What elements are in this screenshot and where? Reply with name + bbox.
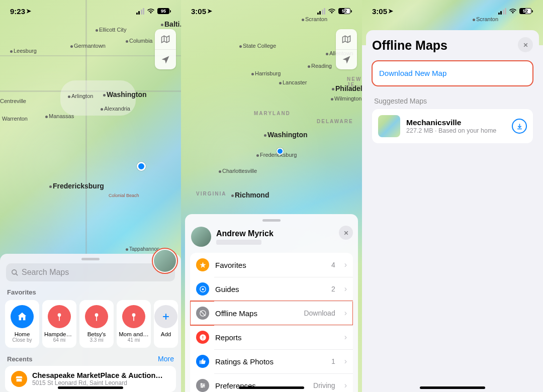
status-bar: 3:05➤ 52 [362, 0, 543, 22]
chevron-right-icon: › [344, 381, 347, 390]
location-services-icon: ➤ [388, 8, 393, 15]
city-harrisburg: Harrisburg [251, 70, 281, 76]
screenshot-1: Washington Fredericksburg Arlington Alex… [0, 0, 181, 392]
thumbs-up-icon [196, 355, 209, 368]
menu-offline-maps[interactable]: Offline Maps Download › [190, 301, 353, 325]
city-reading: Reading [308, 63, 332, 69]
locate-me-button[interactable] [155, 49, 176, 69]
download-new-map-button[interactable]: Download New Map [372, 61, 533, 86]
reports-icon [196, 331, 209, 344]
favorites-heading: Favorites [0, 286, 181, 300]
recent-subtitle: 5015 St Leonard Rd, Saint Leonard [32, 379, 163, 386]
chevron-right-icon: › [344, 260, 347, 269]
favorite-hampden[interactable]: Hampden… 64 mi [42, 300, 76, 348]
wifi-icon [147, 8, 155, 14]
city-warrenton: Warrenton [2, 116, 28, 122]
map-layers-button[interactable] [336, 29, 357, 49]
profile-header: Andrew Myrick [185, 225, 358, 253]
city-washington: Washington [103, 90, 147, 99]
pin-icon [85, 305, 108, 328]
city-manassas: Manassas [45, 113, 74, 119]
svg-point-1 [58, 313, 61, 317]
search-input[interactable]: Search Maps [6, 263, 175, 281]
favorite-home[interactable]: Home Close by [5, 300, 39, 348]
favorite-betsys[interactable]: Betsy's 3.3 mi [79, 300, 114, 348]
favorite-mom[interactable]: Mom and… 41 mi [117, 300, 151, 348]
status-time: 3:05 [372, 7, 387, 16]
recent-title: Chesapeake MarketPlace & Auction H… [32, 371, 163, 379]
home-icon [11, 305, 34, 328]
menu-favorites[interactable]: Favorites 4 › [190, 253, 353, 277]
city-germantown: Germantown [70, 43, 106, 49]
home-indicator[interactable] [58, 386, 123, 389]
svg-point-7 [201, 383, 202, 384]
close-button[interactable] [518, 37, 533, 52]
state-maryland: MARYLAND [254, 111, 291, 116]
svg-point-8 [203, 385, 204, 386]
battery-icon: 52 [338, 8, 352, 14]
chevron-right-icon: › [344, 309, 347, 318]
suggested-maps-heading: Suggested Maps [374, 97, 531, 105]
state-newjersey: NEW JE… [347, 76, 362, 87]
sheet-grabber[interactable] [81, 258, 100, 260]
city-colonialbeach: Colonial Beach [109, 193, 139, 198]
close-button[interactable] [339, 226, 353, 240]
status-time: 9:23 [10, 7, 25, 16]
location-services-icon: ➤ [207, 8, 212, 15]
svg-point-0 [12, 269, 17, 274]
city-statecollege: State College [239, 43, 276, 49]
favorite-add[interactable]: Add [154, 300, 178, 348]
city-ellicott: Ellicott City [96, 27, 126, 33]
svg-point-3 [132, 313, 136, 317]
profile-avatar-button[interactable] [152, 248, 178, 274]
city-fredericksburg: Fredericksburg [49, 182, 104, 190]
map-controls [336, 29, 357, 69]
battery-icon: 52 [519, 8, 533, 14]
pin-icon [122, 305, 145, 328]
state-delaware: DELAWARE [317, 119, 353, 124]
city-alexandria: Alexandria [101, 106, 130, 112]
status-bar: 3:05➤ 52 [181, 0, 362, 22]
city-lancaster: Lancaster [279, 79, 307, 85]
map-layers-button[interactable] [155, 29, 176, 49]
city-columbia: Columbia [126, 38, 152, 44]
download-button[interactable] [512, 119, 527, 134]
wifi-icon [328, 8, 336, 14]
menu-ratings[interactable]: Ratings & Photos 1 › [190, 349, 353, 373]
battery-icon: 95 [157, 8, 171, 14]
locate-me-button[interactable] [336, 49, 357, 69]
user-location-dot [137, 162, 146, 171]
suggested-map-item[interactable]: Mechanicsville 227.2 MB · Based on your … [372, 109, 533, 143]
page-title: Offline Maps [372, 38, 533, 53]
user-location-dot [277, 148, 284, 155]
map-controls [155, 29, 176, 69]
menu-guides[interactable]: Guides 2 › [190, 277, 353, 301]
svg-point-2 [95, 313, 99, 317]
search-icon [11, 269, 19, 276]
search-sheet[interactable]: Search Maps Favorites Home Close by Hamp… [0, 254, 181, 392]
profile-menu: Favorites 4 › Guides 2 › Offline Maps Do… [190, 253, 353, 392]
cellular-icon [317, 8, 326, 15]
cellular-icon [498, 8, 507, 15]
pin-icon [48, 305, 71, 328]
profile-email-redacted [216, 240, 261, 245]
status-bar: 9:23➤ 95 [0, 0, 181, 22]
svg-point-9 [202, 386, 203, 387]
chevron-right-icon: › [344, 284, 347, 293]
offline-maps-sheet[interactable]: Offline Maps Download New Map Suggested … [366, 30, 539, 392]
suggested-map-name: Mechanicsville [406, 118, 496, 127]
location-services-icon: ➤ [26, 8, 31, 15]
state-virginia: VIRGINIA [196, 191, 226, 197]
profile-sheet[interactable]: Andrew Myrick Favorites 4 › Guides 2 › O… [185, 214, 358, 392]
sheet-grabber[interactable] [262, 219, 281, 222]
city-arlington: Arlington [68, 93, 93, 99]
more-link[interactable]: More [158, 355, 174, 363]
menu-reports[interactable]: Reports › [190, 325, 353, 349]
city-washington: Washington [264, 131, 308, 139]
home-indicator[interactable] [420, 386, 485, 389]
guides-icon [196, 282, 209, 296]
star-icon [196, 258, 209, 271]
map-thumbnail [378, 115, 400, 137]
menu-preferences[interactable]: Preferences Driving › [190, 373, 353, 392]
home-indicator[interactable] [239, 386, 304, 389]
